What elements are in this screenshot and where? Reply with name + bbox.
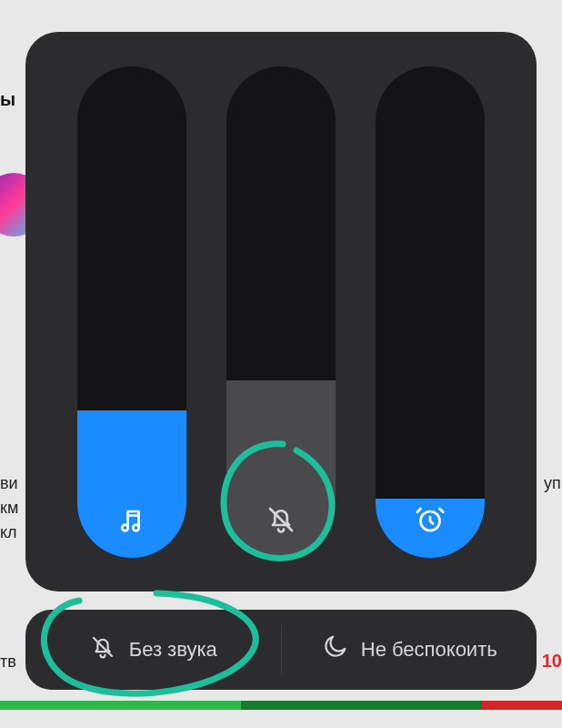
bg-progress-bar — [0, 701, 562, 710]
dnd-button-label: Не беспокоить — [361, 638, 497, 662]
sound-mode-bar: Без звука Не беспокоить — [25, 610, 537, 690]
music-note-icon — [114, 501, 150, 538]
moon-icon — [321, 633, 348, 666]
svg-point-0 — [122, 524, 128, 531]
alarm-clock-icon — [412, 501, 448, 538]
bg-text-right: уп — [544, 471, 562, 496]
bell-mute-icon — [263, 501, 299, 538]
ring-volume-slider[interactable] — [226, 66, 336, 558]
bg-heading-fragment: ы — [0, 89, 15, 110]
bg-label-left: тв — [0, 652, 16, 672]
media-volume-slider[interactable] — [77, 66, 186, 558]
alarm-volume-slider[interactable] — [376, 66, 485, 558]
svg-point-1 — [133, 524, 139, 531]
mute-button-label: Без звука — [129, 638, 217, 662]
mute-button[interactable]: Без звука — [25, 610, 281, 690]
volume-panel — [25, 32, 537, 592]
bg-text-left: ви км кл — [0, 471, 18, 545]
bg-label-right: 10 — [542, 651, 562, 672]
dnd-button[interactable]: Не беспокоить — [282, 610, 537, 690]
bell-mute-icon — [89, 633, 116, 666]
